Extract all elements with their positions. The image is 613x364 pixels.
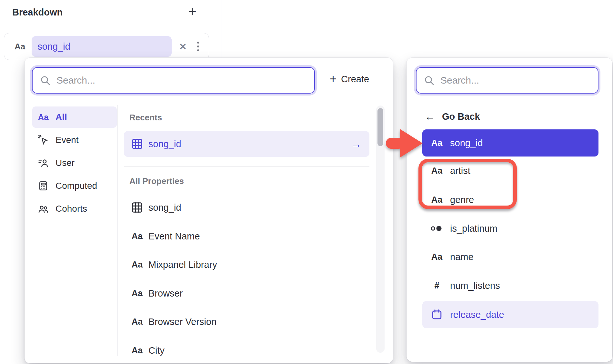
page-title: Breakdown bbox=[12, 7, 63, 18]
recent-item-song-id[interactable]: song_id → bbox=[124, 131, 369, 157]
search-input[interactable] bbox=[56, 75, 314, 86]
property-item-browser[interactable]: Aa Browser bbox=[124, 280, 369, 306]
property-label: num_listens bbox=[450, 280, 500, 291]
property-item-name[interactable]: Aa name bbox=[422, 243, 598, 270]
category-cohorts[interactable]: Cohorts bbox=[32, 198, 117, 219]
cohorts-icon bbox=[37, 203, 49, 214]
text-icon: Aa bbox=[430, 137, 444, 149]
text-icon: Aa bbox=[131, 316, 143, 328]
recents-header: Recents bbox=[129, 113, 162, 123]
category-event[interactable]: Event bbox=[32, 129, 117, 151]
property-item-genre[interactable]: Aa genre bbox=[422, 186, 598, 213]
property-item-num-listens[interactable]: # num_listens bbox=[422, 272, 598, 299]
text-property-type-icon: Aa bbox=[15, 42, 25, 52]
remove-breakdown-button[interactable]: ✕ bbox=[179, 41, 187, 52]
property-item-song-id[interactable]: song_id bbox=[124, 195, 369, 220]
table-icon bbox=[131, 138, 143, 150]
boolean-icon bbox=[430, 222, 444, 235]
category-computed[interactable]: Computed bbox=[32, 175, 117, 197]
property-item-artist[interactable]: Aa artist bbox=[422, 157, 598, 184]
property-label: song_id bbox=[148, 139, 181, 149]
category-label: All bbox=[55, 112, 67, 122]
search-box bbox=[32, 67, 315, 94]
number-icon: # bbox=[430, 279, 444, 292]
selected-property-chip[interactable]: song_id bbox=[32, 36, 172, 57]
search-input[interactable] bbox=[440, 75, 598, 86]
text-icon: Aa bbox=[430, 194, 444, 206]
calendar-icon bbox=[430, 308, 444, 321]
calculator-icon bbox=[37, 180, 49, 191]
text-icon: Aa bbox=[37, 112, 49, 123]
property-item-city[interactable]: Aa City bbox=[124, 338, 369, 363]
text-icon: Aa bbox=[131, 287, 143, 299]
plus-icon: + bbox=[330, 73, 337, 85]
go-back-label: Go Back bbox=[442, 111, 480, 122]
property-label: Mixpanel Library bbox=[148, 259, 217, 270]
property-label: is_platinum bbox=[450, 223, 497, 234]
property-label: song_id bbox=[450, 138, 483, 148]
property-item-is-platinum[interactable]: is_platinum bbox=[422, 215, 598, 242]
property-item-event-name[interactable]: Aa Event Name bbox=[124, 223, 369, 249]
property-label: artist bbox=[450, 166, 470, 176]
property-item-browser-version[interactable]: Aa Browser Version bbox=[124, 309, 369, 335]
scrollbar-thumb[interactable] bbox=[377, 108, 383, 146]
property-label: Browser bbox=[148, 288, 183, 299]
property-values-dropdown: ← Go Back Aa song_id Aa artist Aa genre … bbox=[407, 58, 612, 362]
search-box bbox=[416, 67, 598, 94]
category-label: User bbox=[55, 158, 75, 168]
category-user[interactable]: User bbox=[32, 152, 117, 174]
selected-property-label: song_id bbox=[37, 41, 70, 52]
back-arrow-icon: ← bbox=[425, 111, 435, 123]
breakdown-section: Breakdown + Aa song_id ✕ bbox=[0, 0, 222, 58]
divider bbox=[124, 166, 369, 167]
all-properties-header: All Properties bbox=[129, 176, 184, 186]
property-label: City bbox=[148, 345, 165, 356]
property-picker-dropdown: + Create Aa All Event User bbox=[25, 58, 393, 363]
property-label: genre bbox=[450, 195, 474, 205]
user-icon bbox=[37, 157, 49, 168]
search-icon bbox=[424, 75, 435, 86]
go-back-button[interactable]: ← Go Back bbox=[425, 109, 480, 124]
text-icon: Aa bbox=[430, 251, 444, 263]
category-all[interactable]: Aa All bbox=[32, 106, 117, 128]
property-label: name bbox=[450, 252, 474, 262]
screen: Breakdown + Aa song_id ✕ + Create Aa Al bbox=[0, 0, 613, 364]
category-label: Cohorts bbox=[55, 204, 87, 214]
property-label: song_id bbox=[148, 202, 181, 213]
property-item-song-id[interactable]: Aa song_id bbox=[422, 129, 598, 157]
text-icon: Aa bbox=[131, 344, 143, 357]
text-icon: Aa bbox=[131, 230, 143, 242]
kebab-menu-icon bbox=[196, 41, 200, 52]
property-item-mixpanel-library[interactable]: Aa Mixpanel Library bbox=[124, 252, 369, 278]
text-icon: Aa bbox=[131, 258, 143, 271]
category-label: Computed bbox=[55, 181, 97, 191]
property-label: Event Name bbox=[148, 231, 200, 242]
drill-in-arrow-icon: → bbox=[351, 138, 362, 150]
category-label: Event bbox=[55, 135, 79, 145]
scrollbar[interactable] bbox=[376, 106, 385, 353]
breakdown-options-button[interactable] bbox=[196, 41, 200, 52]
property-label: Browser Version bbox=[148, 317, 216, 327]
divider bbox=[117, 105, 118, 356]
create-button[interactable]: + Create bbox=[330, 73, 369, 85]
table-icon bbox=[131, 201, 143, 214]
property-label: release_date bbox=[450, 309, 504, 320]
text-icon: Aa bbox=[430, 165, 444, 177]
create-label: Create bbox=[341, 74, 369, 85]
search-icon bbox=[40, 75, 51, 86]
add-breakdown-button[interactable]: + bbox=[184, 3, 201, 20]
property-item-release-date[interactable]: release_date bbox=[422, 301, 598, 328]
breakdown-chip: Aa song_id ✕ bbox=[4, 33, 209, 60]
cursor-click-icon bbox=[37, 135, 49, 146]
